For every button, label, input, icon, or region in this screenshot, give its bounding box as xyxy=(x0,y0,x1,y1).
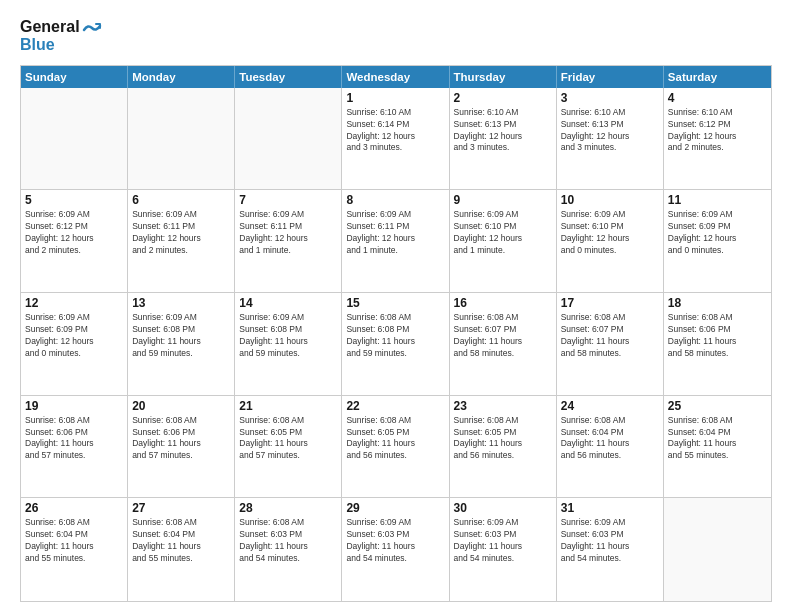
day-info: Sunrise: 6:09 AM Sunset: 6:12 PM Dayligh… xyxy=(25,209,123,257)
calendar-row: 19Sunrise: 6:08 AM Sunset: 6:06 PM Dayli… xyxy=(21,396,771,499)
day-info: Sunrise: 6:10 AM Sunset: 6:13 PM Dayligh… xyxy=(454,107,552,155)
day-number: 4 xyxy=(668,91,767,105)
day-number: 9 xyxy=(454,193,552,207)
day-number: 3 xyxy=(561,91,659,105)
calendar-cell: 24Sunrise: 6:08 AM Sunset: 6:04 PM Dayli… xyxy=(557,396,664,498)
day-info: Sunrise: 6:08 AM Sunset: 6:05 PM Dayligh… xyxy=(454,415,552,463)
weekday-header: Saturday xyxy=(664,66,771,88)
day-number: 2 xyxy=(454,91,552,105)
day-info: Sunrise: 6:08 AM Sunset: 6:07 PM Dayligh… xyxy=(561,312,659,360)
logo-text-block: General Blue xyxy=(20,18,80,55)
day-info: Sunrise: 6:08 AM Sunset: 6:03 PM Dayligh… xyxy=(239,517,337,565)
day-info: Sunrise: 6:10 AM Sunset: 6:13 PM Dayligh… xyxy=(561,107,659,155)
calendar-cell: 19Sunrise: 6:08 AM Sunset: 6:06 PM Dayli… xyxy=(21,396,128,498)
weekday-header: Tuesday xyxy=(235,66,342,88)
calendar-cell: 16Sunrise: 6:08 AM Sunset: 6:07 PM Dayli… xyxy=(450,293,557,395)
calendar-cell: 8Sunrise: 6:09 AM Sunset: 6:11 PM Daylig… xyxy=(342,190,449,292)
day-info: Sunrise: 6:10 AM Sunset: 6:12 PM Dayligh… xyxy=(668,107,767,155)
day-info: Sunrise: 6:09 AM Sunset: 6:11 PM Dayligh… xyxy=(132,209,230,257)
page: General Blue SundayMondayTuesdayWednesda… xyxy=(0,0,792,612)
day-info: Sunrise: 6:09 AM Sunset: 6:08 PM Dayligh… xyxy=(239,312,337,360)
calendar-cell: 29Sunrise: 6:09 AM Sunset: 6:03 PM Dayli… xyxy=(342,498,449,601)
calendar-header: SundayMondayTuesdayWednesdayThursdayFrid… xyxy=(21,66,771,88)
day-number: 21 xyxy=(239,399,337,413)
weekday-header: Thursday xyxy=(450,66,557,88)
calendar-row: 12Sunrise: 6:09 AM Sunset: 6:09 PM Dayli… xyxy=(21,293,771,396)
day-number: 13 xyxy=(132,296,230,310)
calendar-cell: 3Sunrise: 6:10 AM Sunset: 6:13 PM Daylig… xyxy=(557,88,664,190)
calendar-cell: 20Sunrise: 6:08 AM Sunset: 6:06 PM Dayli… xyxy=(128,396,235,498)
day-number: 14 xyxy=(239,296,337,310)
day-number: 15 xyxy=(346,296,444,310)
calendar-cell: 17Sunrise: 6:08 AM Sunset: 6:07 PM Dayli… xyxy=(557,293,664,395)
day-info: Sunrise: 6:08 AM Sunset: 6:04 PM Dayligh… xyxy=(561,415,659,463)
day-info: Sunrise: 6:08 AM Sunset: 6:06 PM Dayligh… xyxy=(668,312,767,360)
calendar-body: 1Sunrise: 6:10 AM Sunset: 6:14 PM Daylig… xyxy=(21,88,771,601)
calendar-cell: 6Sunrise: 6:09 AM Sunset: 6:11 PM Daylig… xyxy=(128,190,235,292)
day-info: Sunrise: 6:09 AM Sunset: 6:03 PM Dayligh… xyxy=(454,517,552,565)
day-info: Sunrise: 6:08 AM Sunset: 6:04 PM Dayligh… xyxy=(132,517,230,565)
calendar-row: 26Sunrise: 6:08 AM Sunset: 6:04 PM Dayli… xyxy=(21,498,771,601)
calendar-cell: 2Sunrise: 6:10 AM Sunset: 6:13 PM Daylig… xyxy=(450,88,557,190)
day-number: 10 xyxy=(561,193,659,207)
day-number: 27 xyxy=(132,501,230,515)
calendar-cell: 28Sunrise: 6:08 AM Sunset: 6:03 PM Dayli… xyxy=(235,498,342,601)
day-info: Sunrise: 6:09 AM Sunset: 6:08 PM Dayligh… xyxy=(132,312,230,360)
day-number: 7 xyxy=(239,193,337,207)
weekday-header: Monday xyxy=(128,66,235,88)
calendar-cell: 9Sunrise: 6:09 AM Sunset: 6:10 PM Daylig… xyxy=(450,190,557,292)
weekday-header: Sunday xyxy=(21,66,128,88)
day-number: 22 xyxy=(346,399,444,413)
day-info: Sunrise: 6:08 AM Sunset: 6:08 PM Dayligh… xyxy=(346,312,444,360)
calendar-cell: 7Sunrise: 6:09 AM Sunset: 6:11 PM Daylig… xyxy=(235,190,342,292)
day-number: 5 xyxy=(25,193,123,207)
calendar-cell: 21Sunrise: 6:08 AM Sunset: 6:05 PM Dayli… xyxy=(235,396,342,498)
logo-graphic: General Blue xyxy=(20,18,102,55)
day-info: Sunrise: 6:08 AM Sunset: 6:06 PM Dayligh… xyxy=(25,415,123,463)
weekday-header: Wednesday xyxy=(342,66,449,88)
day-info: Sunrise: 6:08 AM Sunset: 6:05 PM Dayligh… xyxy=(346,415,444,463)
day-number: 19 xyxy=(25,399,123,413)
day-number: 29 xyxy=(346,501,444,515)
day-number: 18 xyxy=(668,296,767,310)
day-number: 23 xyxy=(454,399,552,413)
calendar-cell: 4Sunrise: 6:10 AM Sunset: 6:12 PM Daylig… xyxy=(664,88,771,190)
day-number: 25 xyxy=(668,399,767,413)
calendar-cell xyxy=(235,88,342,190)
day-number: 28 xyxy=(239,501,337,515)
day-number: 1 xyxy=(346,91,444,105)
calendar: SundayMondayTuesdayWednesdayThursdayFrid… xyxy=(20,65,772,602)
day-info: Sunrise: 6:08 AM Sunset: 6:07 PM Dayligh… xyxy=(454,312,552,360)
day-info: Sunrise: 6:09 AM Sunset: 6:03 PM Dayligh… xyxy=(346,517,444,565)
logo: General Blue xyxy=(20,18,102,55)
day-info: Sunrise: 6:10 AM Sunset: 6:14 PM Dayligh… xyxy=(346,107,444,155)
calendar-cell xyxy=(128,88,235,190)
day-info: Sunrise: 6:08 AM Sunset: 6:04 PM Dayligh… xyxy=(668,415,767,463)
day-info: Sunrise: 6:09 AM Sunset: 6:03 PM Dayligh… xyxy=(561,517,659,565)
calendar-row: 5Sunrise: 6:09 AM Sunset: 6:12 PM Daylig… xyxy=(21,190,771,293)
day-info: Sunrise: 6:09 AM Sunset: 6:11 PM Dayligh… xyxy=(346,209,444,257)
day-number: 11 xyxy=(668,193,767,207)
day-info: Sunrise: 6:09 AM Sunset: 6:09 PM Dayligh… xyxy=(25,312,123,360)
day-number: 16 xyxy=(454,296,552,310)
calendar-cell: 1Sunrise: 6:10 AM Sunset: 6:14 PM Daylig… xyxy=(342,88,449,190)
calendar-cell: 22Sunrise: 6:08 AM Sunset: 6:05 PM Dayli… xyxy=(342,396,449,498)
day-info: Sunrise: 6:09 AM Sunset: 6:10 PM Dayligh… xyxy=(454,209,552,257)
day-info: Sunrise: 6:08 AM Sunset: 6:06 PM Dayligh… xyxy=(132,415,230,463)
calendar-cell: 11Sunrise: 6:09 AM Sunset: 6:09 PM Dayli… xyxy=(664,190,771,292)
day-info: Sunrise: 6:09 AM Sunset: 6:09 PM Dayligh… xyxy=(668,209,767,257)
weekday-header: Friday xyxy=(557,66,664,88)
day-number: 31 xyxy=(561,501,659,515)
day-number: 30 xyxy=(454,501,552,515)
calendar-cell: 10Sunrise: 6:09 AM Sunset: 6:10 PM Dayli… xyxy=(557,190,664,292)
day-number: 6 xyxy=(132,193,230,207)
calendar-cell: 5Sunrise: 6:09 AM Sunset: 6:12 PM Daylig… xyxy=(21,190,128,292)
calendar-cell: 12Sunrise: 6:09 AM Sunset: 6:09 PM Dayli… xyxy=(21,293,128,395)
day-number: 12 xyxy=(25,296,123,310)
day-number: 8 xyxy=(346,193,444,207)
calendar-cell: 31Sunrise: 6:09 AM Sunset: 6:03 PM Dayli… xyxy=(557,498,664,601)
day-number: 24 xyxy=(561,399,659,413)
logo-wave-icon xyxy=(82,20,102,40)
calendar-row: 1Sunrise: 6:10 AM Sunset: 6:14 PM Daylig… xyxy=(21,88,771,191)
day-info: Sunrise: 6:08 AM Sunset: 6:05 PM Dayligh… xyxy=(239,415,337,463)
